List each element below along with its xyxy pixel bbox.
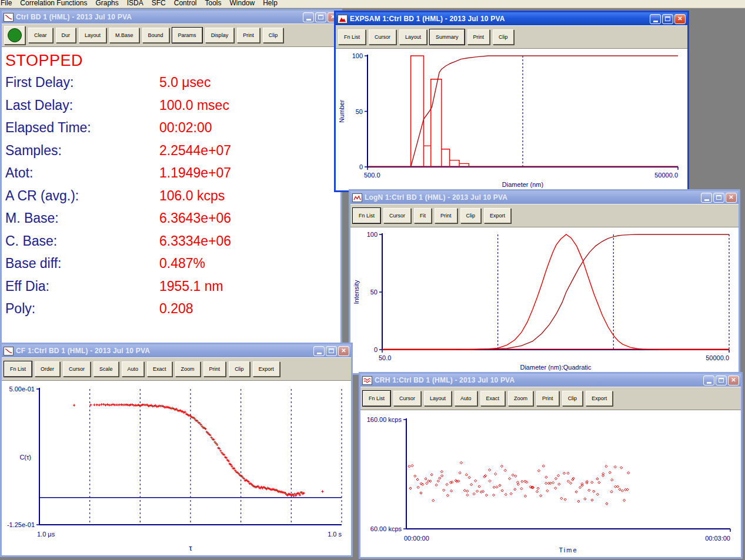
toolbar-button-auto[interactable]: Auto [122, 361, 145, 377]
cumulative-curve [382, 234, 729, 350]
close-button[interactable]: ✕ [726, 193, 737, 203]
toolbar-button-fn-list[interactable]: Fn List [4, 361, 32, 377]
param-row: A CR (avg.):106.0 kcps [5, 185, 340, 207]
maximize-button[interactable] [713, 193, 724, 203]
toolbar-button-summary[interactable]: Summary [430, 29, 465, 45]
expsam-plot: 050100500.050000.0Diameter (nm)Number [336, 49, 687, 190]
toolbar-button-zoom[interactable]: Zoom [175, 361, 201, 377]
minimize-button[interactable] [303, 12, 314, 22]
toolbar-button-zoom[interactable]: Zoom [508, 391, 533, 406]
cumulative-curve [411, 56, 678, 167]
param-label: Elapsed Time: [5, 116, 159, 139]
toolbar-button-cursor[interactable]: Cursor [369, 29, 396, 45]
crh-toolbar: Fn ListCursorLayoutAutoExactZoomPrintCli… [360, 387, 741, 410]
toolbar-button-export[interactable]: Export [253, 361, 280, 377]
toolbar-button-cursor[interactable]: Cursor [393, 391, 421, 406]
toolbar-button-layout[interactable]: Layout [399, 29, 427, 45]
axis-label: 5.00e-01 [9, 385, 35, 393]
minimize-button[interactable] [313, 346, 325, 356]
toolbar-button-fn-list[interactable]: Fn List [338, 29, 366, 45]
toolbar-button-scale[interactable]: Scale [93, 361, 119, 377]
ctrl-bd-titlebar[interactable]: Ctrl BD 1 (HML) - 2013 Jul 10 PVA ✕ [2, 11, 340, 24]
toolbar-button-clear[interactable]: Clear [28, 28, 53, 43]
toolbar-button-print[interactable]: Print [435, 208, 457, 223]
menu-item-tools[interactable]: Tools [201, 0, 225, 7]
menu-item-control[interactable]: Control [170, 0, 201, 7]
toolbar-button-print[interactable]: Print [467, 29, 490, 45]
maximize-button[interactable] [326, 346, 337, 356]
toolbar-button-fn-list[interactable]: Fn List [353, 208, 380, 223]
minimize-button[interactable] [701, 193, 712, 203]
toolbar-button-clip[interactable]: Clip [493, 29, 514, 45]
axis-label: 50 [370, 289, 377, 296]
axis-label: 00:03:00 [705, 535, 730, 542]
toolbar-button-layout[interactable]: Layout [424, 391, 452, 406]
correlation-icon [4, 13, 14, 22]
minimize-button[interactable] [703, 375, 714, 385]
close-button[interactable]: ✕ [728, 375, 739, 385]
toolbar-button-auto[interactable]: Auto [455, 391, 477, 406]
param-value: 100.0 msec [159, 98, 229, 113]
differential-curve [382, 234, 729, 350]
toolbar-button-bound[interactable]: Bound [142, 28, 169, 43]
crh-titlebar[interactable]: CRH 1:Ctrl BD 1 (HML) - 2013 Jul 10 PVA … [360, 374, 741, 387]
menu-item-isda[interactable]: ISDA [123, 0, 148, 7]
axis-label: 00:00:00 [404, 535, 429, 542]
toolbar-button-clip[interactable]: Clip [229, 361, 250, 377]
toolbar-button-layout[interactable]: Layout [79, 28, 106, 43]
cf-plot: 5.00e-01-1.25e-01C(τ)1.0 μs1.0 sτ [2, 381, 351, 555]
close-button[interactable]: ✕ [674, 14, 686, 24]
logn-toolbar: Fn ListCursorFitPrintClipExport [350, 204, 739, 227]
menu-item-correlation-functions[interactable]: Correlation Functions [16, 0, 91, 7]
toolbar-button-order[interactable]: Order [35, 361, 60, 377]
axis-label: 160.00 kcps [367, 416, 402, 423]
crh-chart[interactable]: 160.00 kcps60.00 kcps00:00:0000:03:00Tim… [360, 410, 741, 557]
toolbar-button-clip[interactable]: Clip [263, 28, 284, 43]
window-title: Ctrl BD 1 (HML) - 2013 Jul 10 PVA [16, 13, 303, 21]
maximize-button[interactable] [315, 12, 326, 22]
toolbar-button-cursor[interactable]: Cursor [383, 208, 411, 223]
menu-item-help[interactable]: Help [259, 0, 282, 7]
toolbar-button-clip[interactable]: Clip [460, 208, 482, 223]
menu-item-graphs[interactable]: Graphs [91, 0, 122, 7]
axis-label: Diameter (nm):Quadratic [520, 364, 592, 371]
toolbar-button-print[interactable]: Print [237, 28, 260, 43]
toolbar-button-export[interactable]: Export [484, 208, 511, 223]
menu-item-file[interactable]: File [0, 0, 16, 7]
toolbar-button-params[interactable]: Params [172, 28, 202, 43]
axis-label: 1.0 s [328, 531, 342, 538]
toolbar-button-print[interactable]: Print [203, 361, 226, 377]
axis-label: -1.25e-01 [7, 521, 35, 528]
toolbar-button-print[interactable]: Print [536, 391, 559, 406]
expsam-chart[interactable]: 050100500.050000.0Diameter (nm)Number [336, 49, 687, 190]
expsam-titlebar[interactable]: EXPSAM 1:Ctrl BD 1 (HML) - 2013 Jul 10 P… [336, 12, 687, 25]
param-row: Atot:1.1949e+07 [5, 162, 340, 185]
logn-chart[interactable]: 05010050.050000.0Diameter (nm):Quadratic… [350, 227, 739, 373]
axis-label: 50 [356, 108, 363, 115]
toolbar-button-m-base[interactable]: M.Base [109, 28, 139, 43]
toolbar-button-display[interactable]: Display [205, 28, 235, 43]
start-stop-indicator-button[interactable] [4, 26, 25, 45]
maximize-button[interactable] [662, 14, 673, 24]
axis-label: 0 [374, 346, 377, 353]
toolbar-button-clip[interactable]: Clip [562, 391, 583, 406]
toolbar-button-fit[interactable]: Fit [414, 208, 432, 223]
toolbar-button-exact[interactable]: Exact [480, 391, 506, 406]
toolbar-button-export[interactable]: Export [586, 391, 613, 406]
toolbar-button-dur[interactable]: Dur [56, 28, 76, 43]
minimize-button[interactable] [650, 14, 661, 24]
ctrl-bd-content: STOPPED First Delay:5.0 μsecLast Delay:1… [2, 47, 340, 345]
toolbar-button-exact[interactable]: Exact [147, 361, 172, 377]
cf-chart[interactable]: 5.00e-01-1.25e-01C(τ)1.0 μs1.0 sτ [2, 381, 351, 555]
status-text: STOPPED [5, 52, 340, 70]
axis-label: 1.0 μs [37, 531, 55, 538]
toolbar-button-fn-list[interactable]: Fn List [363, 391, 390, 406]
maximize-button[interactable] [716, 375, 727, 385]
menu-item-window[interactable]: Window [225, 0, 259, 7]
toolbar-button-cursor[interactable]: Cursor [63, 361, 91, 377]
logn-titlebar[interactable]: LogN 1:Ctrl BD 1 (HML) - 2013 Jul 10 PVA… [350, 191, 739, 204]
close-button[interactable]: ✕ [338, 346, 349, 356]
param-label: Atot: [5, 162, 159, 185]
menu-item-sfc[interactable]: SFC [148, 0, 170, 7]
cf-titlebar[interactable]: CF 1:Ctrl BD 1 (HML) - 2013 Jul 10 PVA ✕ [2, 344, 351, 357]
